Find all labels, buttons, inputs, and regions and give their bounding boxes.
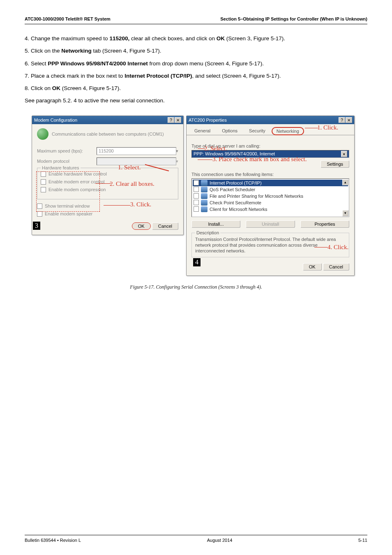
overlay-4: 4 [193,258,201,266]
install-button[interactable]: Install... [191,220,240,228]
chk-flow-label: Enable hardware flow control [48,171,107,176]
tab-general[interactable]: General [189,127,216,135]
modem-close-icon[interactable]: ✕ [175,117,181,123]
chk-speaker-label: Enable modem speaker [45,211,92,216]
tab-security[interactable]: Security [244,127,271,135]
net-icon [201,193,208,199]
atc-cancel-button[interactable]: Cancel [323,263,349,271]
chk-compression[interactable]: Enable modem compression [41,187,175,192]
annot-select-1: 1. Select. [118,164,141,171]
items-label: This connection uses the following items… [191,172,349,177]
item-tcpip-label: Internet Protocol (TCP/IP) [210,180,262,185]
annot-click-4: 4. Click. [327,244,348,251]
item-checkpoint[interactable]: Check Point SecuRemote [193,199,348,206]
annot-line [314,247,327,248]
chk-flow-control[interactable]: Enable hardware flow control [41,171,175,177]
footer-right: 5-11 [358,538,367,543]
modem-protocol-arrow-icon: ▾ [176,159,178,164]
modem-protocol-label: Modem protocol [37,159,97,164]
properties-button[interactable]: Properties [300,220,349,228]
item-msclient-label: Client for Microsoft Networks [210,207,267,212]
atc-ok-button[interactable]: OK [303,263,322,271]
annot-line [104,205,130,206]
uninstall-button[interactable]: Uninstall [246,220,295,228]
annot-line [198,148,205,149]
page-footer: Bulletin 639544 • Revision L August 2014… [25,535,367,543]
modem-titlebar: Modem Configuration ? ✕ [32,116,183,124]
step-4: 4. Change the maximum speed to 115200, c… [25,35,367,43]
see-paragraph: See paragraph 5.2. 4 to active the new s… [25,97,367,105]
chk-terminal-label: Show terminal window [45,204,90,208]
modem-title: Modem Configuration [34,118,77,123]
dropdown-arrow-icon[interactable]: ▾ [341,151,347,157]
atc-titlebar: ATC200 Properties ? ✕ [187,116,354,124]
atc-close-icon[interactable]: ✕ [346,117,352,123]
modem-cancel-button[interactable]: Cancel [152,222,178,230]
scroll-down-icon[interactable]: ▾ [342,210,348,216]
tab-options[interactable]: Options [217,127,243,135]
net-icon [201,206,208,212]
modem-help-icon[interactable]: ? [168,117,174,123]
footer-center: August 2014 [207,538,233,543]
desc-text: Transmission Control Protocol/Internet P… [195,236,346,254]
annot-check-3: 3. Place check mark in box and select. [212,156,307,163]
atc-dialog: ATC200 Properties ? ✕ General Options Se… [186,116,355,276]
annot-click-1: 1. Click. [317,124,338,131]
step-5: 5. Click on the Networking tab (Screen 4… [25,47,367,55]
settings-button[interactable]: Settings [321,160,349,168]
atc-title: ATC200 Properties [189,118,227,123]
header-rule [25,24,367,24]
atc-help-icon[interactable]: ? [339,117,345,123]
item-fileprint[interactable]: File and Printer Sharing for Microsoft N… [193,193,348,199]
modem-comm-text: Communications cable between two compute… [52,132,164,136]
items-listbox[interactable]: Internet Protocol (TCP/IP) QoS Packet Sc… [191,178,349,217]
annot-line [198,160,212,160]
header-right: Section 5–Obtaining IP Settings for Cont… [220,16,367,21]
step-6: 6. Select PPP Windows 95/98/NT4/2000 Int… [25,60,367,68]
net-icon [201,180,208,186]
annot-line [305,128,318,129]
hardware-legend: Hardware features [41,165,81,170]
net-icon [201,200,208,206]
step-8: 8. Click on OK (Screen 4, Figure 5-17). [25,84,367,92]
item-qos[interactable]: QoS Packet Scheduler [193,186,348,193]
annot-click-3: 3. Click. [130,201,151,208]
item-fileprint-label: File and Printer Sharing for Microsoft N… [210,194,303,199]
modem-ok-button[interactable]: OK [132,222,151,230]
item-checkpoint-label: Check Point SecuRemote [210,200,261,205]
scroll-up-icon[interactable]: ▴ [342,179,348,185]
figure-caption: Figure 5-17. Configuring Serial Connecti… [32,284,360,290]
item-msclient[interactable]: Client for Microsoft Networks [193,206,348,213]
max-speed-label: Maximum speed (bps): [37,148,97,153]
overlay-3: 3 [33,222,40,230]
chk-speaker[interactable]: Enable modem speaker [37,211,178,217]
item-qos-label: QoS Packet Scheduler [210,187,255,192]
chk-terminal[interactable]: Show terminal window [37,204,178,209]
tab-networking[interactable]: Networking [272,127,304,135]
annot-line [95,183,111,184]
item-tcpip[interactable]: Internet Protocol (TCP/IP) [193,180,348,186]
modem-globe-icon [37,128,48,140]
header-left: ATC300-1000/2000 Teletilt® RET System [25,16,111,21]
max-speed-field[interactable]: 115200 [97,147,176,155]
modem-dialog: Modem Configuration ? ✕ Communications c… [32,116,184,235]
max-speed-arrow-icon[interactable]: ▾ [176,148,178,154]
step-7: 7. Place a check mark in the box next to… [25,72,367,80]
annot-select-2: 2. Select. [204,145,227,152]
chk-compression-label: Enable modem compression [48,187,106,192]
net-icon [201,187,208,192]
annot-clear: 2. Clear all boxes. [110,180,154,187]
footer-left: Bulletin 639544 • Revision L [25,538,81,543]
desc-legend: Description [195,230,220,235]
